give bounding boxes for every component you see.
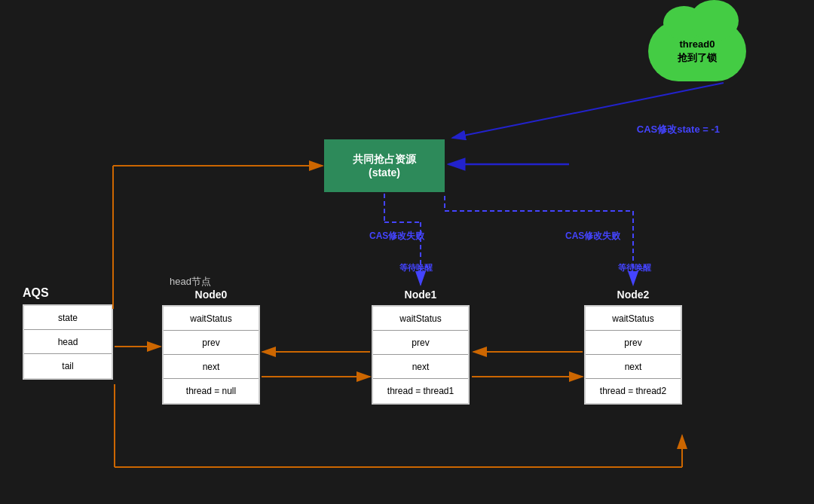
wait-label-1: 等待唤醒 (399, 262, 433, 273)
cas-fail-label-1: CAS修改失败 (369, 230, 424, 243)
node0-waitstatus: waitStatus (164, 307, 259, 331)
node2-thread: thread = thread2 (586, 379, 681, 403)
cloud-label: thread0 抢到了锁 (678, 38, 717, 65)
node1-next: next (373, 355, 468, 379)
head-label: head节点 (170, 275, 211, 289)
node2-title: Node2 (617, 289, 650, 301)
aqs-title: AQS (23, 286, 113, 300)
thread0-cloud: thread0 抢到了锁 (648, 21, 746, 81)
node1-thread: thread = thread1 (373, 379, 468, 403)
aqs-container: AQS state head tail (23, 286, 113, 380)
aqs-cell-state: state (24, 306, 112, 330)
shared-resource-box: 共同抢占资源 (state) (324, 139, 445, 192)
node1-box: waitStatus prev next thread = thread1 (372, 305, 470, 405)
node1-title: Node1 (405, 289, 437, 301)
node2-prev: prev (586, 331, 681, 355)
node0-prev: prev (164, 331, 259, 355)
node0-thread: thread = null (164, 379, 259, 403)
node0-title: Node0 (195, 289, 228, 301)
node1-container: Node1 waitStatus prev next thread = thre… (372, 289, 470, 405)
node2-waitstatus: waitStatus (586, 307, 681, 331)
aqs-cell-tail: tail (24, 354, 112, 378)
node2-box: waitStatus prev next thread = thread2 (584, 305, 682, 405)
node0-container: Node0 waitStatus prev next thread = null (162, 289, 260, 405)
node0-next: next (164, 355, 259, 379)
cas-fail-label-2: CAS修改失败 (565, 230, 620, 243)
node2-container: Node2 waitStatus prev next thread = thre… (584, 289, 682, 405)
node0-box: waitStatus prev next thread = null (162, 305, 260, 405)
cas-modify-label: CAS修改state = -1 (637, 123, 720, 136)
node2-next: next (586, 355, 681, 379)
wait-label-2: 等待唤醒 (618, 262, 651, 273)
node1-prev: prev (373, 331, 468, 355)
aqs-box: state head tail (23, 304, 113, 380)
aqs-cell-head: head (24, 330, 112, 354)
node1-waitstatus: waitStatus (373, 307, 468, 331)
